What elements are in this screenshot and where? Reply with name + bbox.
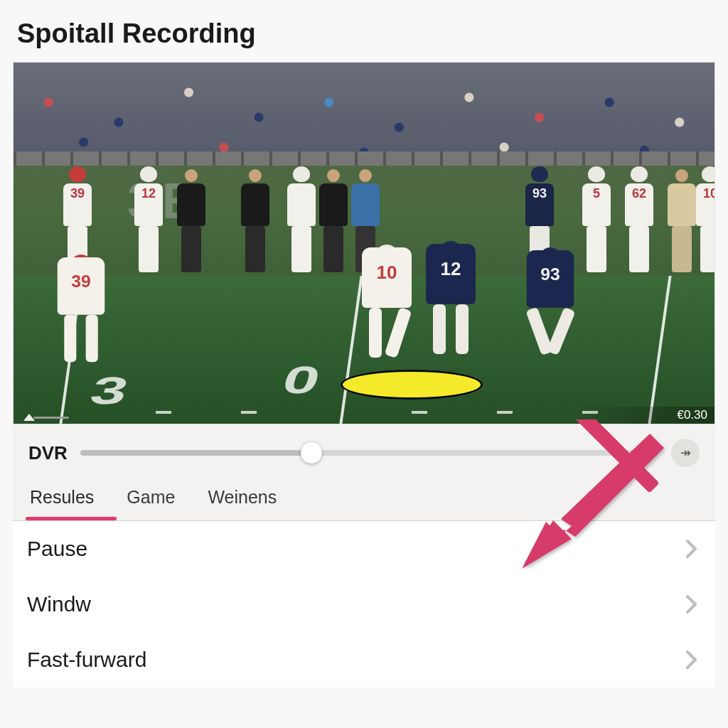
player-sideline: 62 <box>625 169 653 276</box>
tab-active-indicator <box>26 517 117 520</box>
video-overlay-text: €0.30 <box>677 408 707 422</box>
jersey-number: 93 <box>525 186 554 201</box>
field: 3 0 39 10 12 <box>14 276 714 424</box>
staff-sideline <box>668 169 696 276</box>
helmet-icon <box>531 166 548 182</box>
jersey-number: 39 <box>63 186 92 201</box>
jersey-number: 62 <box>625 186 653 201</box>
video-player[interactable]: 39 12 93 5 62 10 <box>13 62 715 424</box>
helmet-icon <box>588 166 605 182</box>
chevron-right-icon <box>685 650 698 670</box>
helmet-icon <box>140 166 157 182</box>
video-progress-strip[interactable]: €0.30 <box>14 407 714 424</box>
chevron-right-icon <box>685 594 698 614</box>
dvr-row: DVR ↠ <box>13 424 715 476</box>
action-list: Pause Windw Fast-furward <box>13 521 715 687</box>
list-item-windw[interactable]: Windw <box>13 577 715 632</box>
mini-progress[interactable] <box>33 417 69 419</box>
player-main: 10 <box>362 247 412 358</box>
tab-weinens[interactable]: Weinens <box>206 483 278 520</box>
staff-sideline <box>177 169 205 276</box>
list-item-label: Windw <box>27 592 91 616</box>
player-sideline: 12 <box>134 169 163 276</box>
dvr-slider[interactable] <box>80 450 658 456</box>
dvr-label: DVR <box>28 442 68 464</box>
helmet-icon <box>702 166 715 182</box>
skip-forward-icon: ↠ <box>680 445 691 461</box>
yard-line <box>648 276 671 424</box>
player-highlight-ring <box>341 370 483 400</box>
yard-line <box>340 276 363 424</box>
jersey-number: 93 <box>527 264 574 284</box>
dvr-slider-thumb[interactable] <box>301 442 322 464</box>
tab-game[interactable]: Game <box>125 483 176 520</box>
helmet-icon <box>631 166 648 182</box>
player-main: 93 <box>527 250 574 355</box>
staff-sideline <box>241 169 269 276</box>
player-sideline <box>287 169 316 276</box>
helmet-icon <box>69 166 86 182</box>
skip-forward-button[interactable]: ↠ <box>671 439 700 467</box>
player-sideline: 5 <box>582 169 611 276</box>
list-item-label: Fast-furward <box>27 648 146 672</box>
video-card: 39 12 93 5 62 10 <box>13 62 715 521</box>
player-sideline: 10 <box>696 169 715 276</box>
helmet-icon <box>293 166 310 182</box>
tab-resules[interactable]: Resules <box>28 483 95 520</box>
jersey-number: 10 <box>362 262 412 284</box>
player-main: 39 <box>58 257 105 362</box>
jersey-number: 12 <box>134 186 163 201</box>
staff-sideline <box>319 169 348 276</box>
chevron-right-icon <box>685 539 698 559</box>
jersey-number: 39 <box>58 271 105 291</box>
tabs: Resules Game Weinens <box>13 476 715 520</box>
list-item-pause[interactable]: Pause <box>13 521 715 577</box>
player-main: 12 <box>426 244 476 354</box>
yard-number: 0 <box>277 358 326 402</box>
list-item-label: Pause <box>27 537 87 561</box>
crowd-backdrop <box>14 63 714 162</box>
jersey-number: 10 <box>696 186 715 201</box>
list-item-fast-furward[interactable]: Fast-furward <box>13 632 715 687</box>
jersey-number: 12 <box>426 258 476 280</box>
jersey-number: 5 <box>582 186 611 201</box>
page-title: Spoitall Recording <box>17 18 715 49</box>
